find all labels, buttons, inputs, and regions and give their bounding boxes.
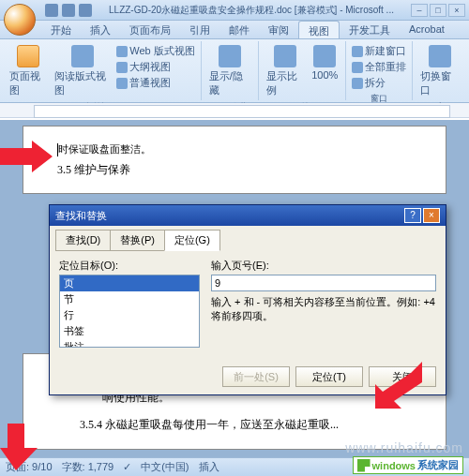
dialog-tabs: 查找(D) 替换(P) 定位(G) bbox=[50, 226, 446, 251]
normal-view-button[interactable]: 普通视图 bbox=[114, 75, 196, 91]
show-hide-button[interactable]: 显示/隐藏 bbox=[205, 43, 255, 99]
zoom-100-button[interactable]: 100% bbox=[308, 43, 341, 99]
doc-text: 时保证吸盘面整洁。 bbox=[58, 143, 151, 155]
zoom-100-icon bbox=[313, 45, 336, 67]
window-title: LLZZ-GD-20永磁起重吸盘安全操作规程.doc [兼容模式] - Micr… bbox=[92, 4, 411, 17]
new-window-button[interactable]: 新建窗口 bbox=[350, 43, 408, 59]
dialog-tab-find[interactable]: 查找(D) bbox=[55, 230, 111, 251]
page-number-label: 输入页号(E): bbox=[211, 259, 436, 273]
dialog-title: 查找和替换 bbox=[55, 209, 107, 223]
switch-window-icon bbox=[429, 45, 451, 67]
zoom-icon bbox=[274, 45, 296, 67]
group-switch-macro: 切换窗口 宏 bbox=[413, 41, 467, 100]
minimize-button[interactable]: – bbox=[411, 4, 428, 17]
status-word-count[interactable]: 字数: 1,779 bbox=[62, 460, 114, 474]
group-document-views: 页面视图 阅读版式视图 Web 版式视图 大纲视图 普通视图 文档视图 bbox=[2, 41, 202, 100]
tab-insert[interactable]: 插入 bbox=[81, 21, 120, 38]
tab-view[interactable]: 视图 bbox=[298, 21, 340, 38]
horizontal-ruler[interactable] bbox=[0, 103, 469, 118]
outline-view-button[interactable]: 大纲视图 bbox=[114, 59, 196, 75]
switch-window-button[interactable]: 切换窗口 bbox=[416, 43, 463, 99]
goto-target-label: 定位目标(O): bbox=[59, 259, 200, 273]
doc-text: 3.5.4 永磁起重吸盘每使用一年，应送至永磁起重吸... bbox=[57, 415, 412, 436]
ribbon: 页面视图 阅读版式视图 Web 版式视图 大纲视图 普通视图 文档视图 显示/隐… bbox=[0, 39, 469, 103]
tab-page-layout[interactable]: 页面布局 bbox=[120, 21, 180, 38]
save-icon[interactable] bbox=[45, 4, 58, 17]
status-insert-mode[interactable]: 插入 bbox=[199, 460, 219, 474]
windows-flag-icon bbox=[357, 459, 371, 472]
tab-mailings[interactable]: 邮件 bbox=[219, 21, 259, 38]
show-hide-icon bbox=[219, 45, 241, 67]
list-item[interactable]: 批注 bbox=[60, 339, 199, 348]
tab-acrobat[interactable]: Acrobat bbox=[400, 21, 454, 38]
split-button[interactable]: 拆分 bbox=[350, 75, 408, 91]
svg-marker-1 bbox=[375, 362, 422, 409]
dialog-tab-goto[interactable]: 定位(G) bbox=[164, 230, 220, 251]
annotation-arrow bbox=[0, 141, 53, 172]
dialog-title-bar[interactable]: 查找和替换 ? × bbox=[50, 205, 446, 226]
tab-home[interactable]: 开始 bbox=[41, 21, 81, 38]
new-window-icon bbox=[352, 46, 363, 57]
goto-target-listbox[interactable]: 页 节 行 书签 批注 脚注 bbox=[59, 275, 200, 348]
arrange-icon bbox=[352, 62, 363, 73]
office-orb-button[interactable] bbox=[4, 4, 36, 36]
dialog-close-button[interactable]: × bbox=[423, 208, 440, 223]
goto-hint: 输入 + 和 - 可将相关内容移至当前位置。例如: +4 将前移四项。 bbox=[211, 295, 436, 324]
redo-icon[interactable] bbox=[79, 4, 92, 17]
web-layout-icon bbox=[116, 46, 128, 57]
close-window-button[interactable]: × bbox=[448, 4, 465, 17]
group-zoom: 显示比例 100% 显示比例 bbox=[259, 41, 346, 100]
document-page[interactable]: 时保证吸盘面整洁。 3.5 维护与保养 bbox=[23, 126, 446, 194]
site-watermark: www.ruihaifu.com bbox=[345, 440, 463, 455]
previous-button: 前一处(S) bbox=[222, 366, 290, 387]
tab-developer[interactable]: 开发工具 bbox=[340, 21, 400, 38]
list-item[interactable]: 节 bbox=[60, 291, 199, 307]
split-icon bbox=[352, 78, 363, 89]
arrange-all-button[interactable]: 全部重排 bbox=[350, 59, 408, 75]
page-number-input[interactable] bbox=[211, 275, 436, 291]
undo-icon[interactable] bbox=[62, 4, 75, 17]
doc-text: 3.5 维护与保养 bbox=[57, 160, 412, 181]
check-icon: ✓ bbox=[123, 461, 131, 473]
annotation-arrow bbox=[375, 362, 422, 409]
tab-review[interactable]: 审阅 bbox=[259, 21, 298, 38]
web-layout-button[interactable]: Web 版式视图 bbox=[114, 43, 196, 59]
normal-view-icon bbox=[116, 78, 128, 89]
group-window: 新建窗口 全部重排 拆分 窗口 bbox=[346, 41, 413, 100]
group-show-hide: 显示/隐藏 显示/隐藏 bbox=[202, 41, 260, 100]
svg-marker-2 bbox=[0, 424, 38, 470]
reading-view-icon bbox=[71, 45, 94, 67]
status-language[interactable]: 中文(中国) bbox=[141, 460, 189, 474]
list-item[interactable]: 行 bbox=[60, 307, 199, 323]
svg-marker-0 bbox=[0, 141, 53, 172]
goto-button[interactable]: 定位(T) bbox=[295, 366, 363, 387]
annotation-arrow bbox=[0, 424, 38, 470]
page-view-button[interactable]: 页面视图 bbox=[6, 43, 51, 99]
dialog-body: 定位目标(O): 页 节 行 书签 批注 脚注 输入页号(E): 输入 + 和 … bbox=[50, 251, 446, 359]
dialog-tab-replace[interactable]: 替换(P) bbox=[110, 230, 165, 251]
tab-references[interactable]: 引用 bbox=[180, 21, 219, 38]
status-proofing[interactable]: ✓ bbox=[123, 461, 131, 473]
reading-view-button[interactable]: 阅读版式视图 bbox=[51, 43, 114, 99]
quick-access-toolbar bbox=[45, 4, 92, 17]
zoom-button[interactable]: 显示比例 bbox=[263, 43, 308, 99]
watermark-logo: windows系统家园 bbox=[353, 456, 463, 474]
list-item[interactable]: 页 bbox=[60, 275, 199, 291]
page-view-icon bbox=[17, 45, 39, 67]
maximize-button[interactable]: □ bbox=[430, 4, 446, 17]
dialog-help-button[interactable]: ? bbox=[404, 208, 421, 223]
outline-icon bbox=[116, 62, 128, 73]
title-bar: LLZZ-GD-20永磁起重吸盘安全操作规程.doc [兼容模式] - Micr… bbox=[0, 0, 469, 21]
list-item[interactable]: 书签 bbox=[60, 323, 199, 339]
ribbon-tabs: 开始 插入 页面布局 引用 邮件 审阅 视图 开发工具 Acrobat bbox=[0, 21, 469, 39]
